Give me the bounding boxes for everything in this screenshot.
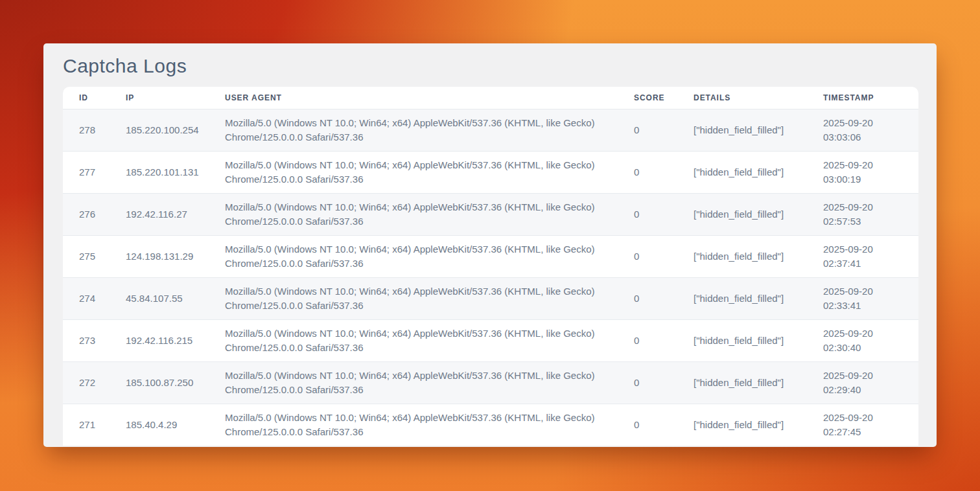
cell-timestamp: 2025-09-20 02:57:53 xyxy=(823,194,918,236)
cell-id: 272 xyxy=(63,362,126,404)
cell-ip: 124.198.131.29 xyxy=(126,236,225,278)
column-header-timestamp: TIMESTAMP xyxy=(823,87,918,109)
column-header-details: DETAILS xyxy=(694,87,823,109)
table-row: 275124.198.131.29Mozilla/5.0 (Windows NT… xyxy=(63,236,918,278)
table-row: 276192.42.116.27Mozilla/5.0 (Windows NT … xyxy=(63,194,918,236)
cell-ip: 185.40.4.29 xyxy=(126,404,225,446)
table-row: 271185.40.4.29Mozilla/5.0 (Windows NT 10… xyxy=(63,404,918,446)
cell-ip: 185.100.87.250 xyxy=(126,362,225,404)
cell-id: 275 xyxy=(63,236,126,278)
cell-user_agent: Mozilla/5.0 (Windows NT 10.0; Win64; x64… xyxy=(225,320,634,362)
cell-score: 0 xyxy=(634,152,694,194)
cell-score: 0 xyxy=(634,320,694,362)
cell-ip: 185.220.101.131 xyxy=(126,152,225,194)
cell-user_agent: Mozilla/5.0 (Windows NT 10.0; Win64; x64… xyxy=(225,278,634,320)
cell-timestamp: 2025-09-20 02:37:41 xyxy=(823,236,918,278)
cell-id: 278 xyxy=(63,109,126,152)
cell-user_agent: Mozilla/5.0 (Windows NT 10.0; Win64; x64… xyxy=(225,404,634,446)
column-header-user_agent: USER AGENT xyxy=(225,87,634,109)
cell-id: 271 xyxy=(63,404,126,446)
table-row: 272185.100.87.250Mozilla/5.0 (Windows NT… xyxy=(63,362,918,404)
cell-score: 0 xyxy=(634,278,694,320)
column-header-id: ID xyxy=(63,87,126,109)
cell-timestamp: 2025-09-20 02:30:40 xyxy=(823,320,918,362)
cell-id: 277 xyxy=(63,152,126,194)
cell-details: ["hidden_field_filled"] xyxy=(694,278,823,320)
cell-details: ["hidden_field_filled"] xyxy=(694,236,823,278)
cell-user_agent: Mozilla/5.0 (Windows NT 10.0; Win64; x64… xyxy=(225,236,634,278)
captcha-logs-card: Captcha Logs IDIPUSER AGENTSCOREDETAILST… xyxy=(43,43,937,447)
cell-user_agent: Mozilla/5.0 (Windows NT 10.0; Win64; x64… xyxy=(225,152,634,194)
cell-details: ["hidden_field_filled"] xyxy=(694,320,823,362)
cell-timestamp: 2025-09-20 02:29:40 xyxy=(823,362,918,404)
cell-timestamp: 2025-09-20 02:33:41 xyxy=(823,278,918,320)
cell-user_agent: Mozilla/5.0 (Windows NT 10.0; Win64; x64… xyxy=(225,194,634,236)
column-header-ip: IP xyxy=(126,87,225,109)
column-header-score: SCORE xyxy=(634,87,694,109)
cell-details: ["hidden_field_filled"] xyxy=(694,362,823,404)
page-title: Captcha Logs xyxy=(63,54,918,78)
cell-ip: 185.220.100.254 xyxy=(126,109,225,152)
table-row: 277185.220.101.131Mozilla/5.0 (Windows N… xyxy=(63,152,918,194)
cell-details: ["hidden_field_filled"] xyxy=(694,194,823,236)
cell-details: ["hidden_field_filled"] xyxy=(694,152,823,194)
cell-score: 0 xyxy=(634,109,694,152)
cell-timestamp: 2025-09-20 02:27:45 xyxy=(823,404,918,446)
cell-ip: 192.42.116.215 xyxy=(126,320,225,362)
page-background: Captcha Logs IDIPUSER AGENTSCOREDETAILST… xyxy=(0,0,980,491)
cell-user_agent: Mozilla/5.0 (Windows NT 10.0; Win64; x64… xyxy=(225,362,634,404)
table-row: 273192.42.116.215Mozilla/5.0 (Windows NT… xyxy=(63,320,918,362)
cell-score: 0 xyxy=(634,404,694,446)
table-body: 278185.220.100.254Mozilla/5.0 (Windows N… xyxy=(63,109,918,446)
logs-table-container: IDIPUSER AGENTSCOREDETAILSTIMESTAMP 2781… xyxy=(63,87,918,446)
table-row: 27445.84.107.55Mozilla/5.0 (Windows NT 1… xyxy=(63,278,918,320)
table-header-row: IDIPUSER AGENTSCOREDETAILSTIMESTAMP xyxy=(63,87,918,109)
cell-details: ["hidden_field_filled"] xyxy=(694,109,823,152)
cell-score: 0 xyxy=(634,362,694,404)
cell-ip: 45.84.107.55 xyxy=(126,278,225,320)
cell-score: 0 xyxy=(634,236,694,278)
cell-details: ["hidden_field_filled"] xyxy=(694,404,823,446)
cell-id: 273 xyxy=(63,320,126,362)
cell-ip: 192.42.116.27 xyxy=(126,194,225,236)
cell-id: 276 xyxy=(63,194,126,236)
logs-table: IDIPUSER AGENTSCOREDETAILSTIMESTAMP 2781… xyxy=(63,87,918,446)
cell-timestamp: 2025-09-20 03:03:06 xyxy=(823,109,918,152)
table-head: IDIPUSER AGENTSCOREDETAILSTIMESTAMP xyxy=(63,87,918,109)
cell-timestamp: 2025-09-20 03:00:19 xyxy=(823,152,918,194)
cell-user_agent: Mozilla/5.0 (Windows NT 10.0; Win64; x64… xyxy=(225,109,634,152)
cell-score: 0 xyxy=(634,194,694,236)
table-row: 278185.220.100.254Mozilla/5.0 (Windows N… xyxy=(63,109,918,152)
cell-id: 274 xyxy=(63,278,126,320)
